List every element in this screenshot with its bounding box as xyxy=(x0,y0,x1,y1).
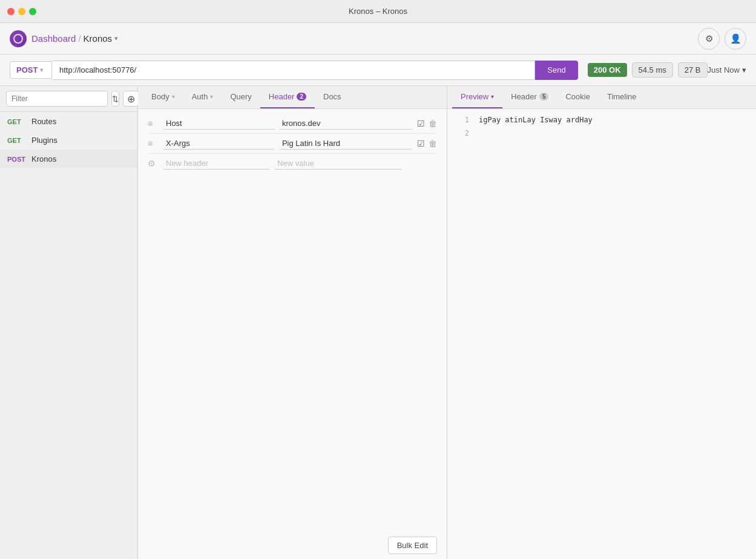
filter-input[interactable] xyxy=(6,91,108,107)
traffic-lights xyxy=(7,8,36,15)
new-header-value-input[interactable] xyxy=(275,157,402,170)
sort-button[interactable]: ⇅ xyxy=(111,91,119,107)
header-value-input[interactable] xyxy=(280,117,412,130)
preview-tab-arrow: ▾ xyxy=(491,93,494,100)
timestamp-arrow: ▾ xyxy=(742,65,746,74)
add-request-button[interactable]: ⊕ xyxy=(123,91,139,107)
app-logo xyxy=(10,30,27,47)
header-row-actions: ☑ 🗑 xyxy=(417,139,437,148)
bulk-edit-bar: Bulk Edit xyxy=(138,532,447,559)
tab-response-header[interactable]: Header 5 xyxy=(502,86,557,108)
response-code-block: 1 2 igPay atinLay Isway ardHay xyxy=(457,114,746,140)
drag-handle-icon[interactable]: ≡ xyxy=(148,139,159,148)
tab-preview[interactable]: Preview ▾ xyxy=(452,86,502,108)
close-btn[interactable] xyxy=(7,8,15,15)
response-content: 1 2 igPay atinLay Isway ardHay xyxy=(447,109,756,559)
status-badge: 200 OK xyxy=(588,63,627,77)
tab-auth[interactable]: Auth ▾ xyxy=(183,86,222,108)
code-line: igPay atinLay Isway ardHay xyxy=(479,114,593,127)
logo-inner-circle xyxy=(13,34,23,44)
header-left: Dashboard / Kronos ▾ xyxy=(10,30,118,47)
tab-header[interactable]: Header 2 xyxy=(260,86,315,108)
line-number: 2 xyxy=(457,127,469,141)
timestamp-label: Just Now xyxy=(708,65,740,74)
breadcrumb: Dashboard / Kronos ▾ xyxy=(31,33,118,44)
tab-docs-label: Docs xyxy=(323,92,341,101)
tab-query[interactable]: Query xyxy=(222,86,260,108)
tab-query-label: Query xyxy=(230,92,251,101)
response-size: 27 B xyxy=(678,62,708,78)
new-header-row: ⚙ xyxy=(148,154,437,173)
method-label: POST xyxy=(16,65,38,74)
check-icon[interactable]: ☑ xyxy=(417,119,425,128)
delete-icon[interactable]: 🗑 xyxy=(429,119,437,128)
breadcrumb-separator: / xyxy=(78,33,81,44)
request-tab-bar: Body ▾ Auth ▾ Query Header 2 Docs xyxy=(138,86,447,109)
header-count-badge: 2 xyxy=(297,93,306,101)
code-line xyxy=(479,127,593,141)
breadcrumb-current[interactable]: Kronos xyxy=(84,33,113,44)
code-column: igPay atinLay Isway ardHay xyxy=(479,114,593,140)
header-name-input[interactable] xyxy=(163,117,275,130)
tab-preview-label: Preview xyxy=(461,92,488,101)
new-header-name-input[interactable] xyxy=(163,157,270,170)
response-status-bar: 200 OK 54.5 ms 27 B xyxy=(588,62,708,78)
header-actions: ⚙ 👤 xyxy=(698,28,746,50)
response-panel: Preview ▾ Header 5 Cookie Timeline 1 2 xyxy=(447,86,756,559)
bulk-edit-button[interactable]: Bulk Edit xyxy=(388,537,437,554)
method-selector[interactable]: POST ▾ xyxy=(10,61,52,79)
tab-response-header-label: Header xyxy=(511,92,537,101)
sidebar-item-label: Kronos xyxy=(31,154,56,164)
sidebar-item-plugins[interactable]: GET Plugins xyxy=(0,131,137,150)
method-tag-post: POST xyxy=(7,156,27,163)
sidebar-item-label: Plugins xyxy=(31,136,58,145)
sidebar-item-kronos[interactable]: POST Kronos xyxy=(0,150,137,168)
tab-cookie[interactable]: Cookie xyxy=(557,86,598,108)
tab-body-label: Body xyxy=(151,92,169,101)
user-button[interactable]: 👤 xyxy=(725,28,746,50)
url-input[interactable] xyxy=(52,61,535,80)
sidebar-item-label: Routes xyxy=(31,117,56,126)
line-number: 1 xyxy=(457,114,469,127)
response-header-count-badge: 5 xyxy=(539,93,549,101)
title-bar: Kronos – Kronos xyxy=(0,0,756,23)
tab-auth-label: Auth xyxy=(192,92,208,101)
tab-body[interactable]: Body ▾ xyxy=(143,86,183,108)
send-button[interactable]: Send xyxy=(535,61,577,80)
response-time: 54.5 ms xyxy=(632,62,673,78)
header-name-input[interactable] xyxy=(163,137,275,150)
tab-docs[interactable]: Docs xyxy=(315,86,350,108)
tab-timeline-label: Timeline xyxy=(607,92,637,101)
drag-handle-icon[interactable]: ≡ xyxy=(148,119,159,128)
app-header: Dashboard / Kronos ▾ ⚙ 👤 xyxy=(0,23,756,55)
delete-icon[interactable]: 🗑 xyxy=(429,139,437,148)
chevron-down-icon[interactable]: ▾ xyxy=(114,35,118,42)
line-numbers-column: 1 2 xyxy=(457,114,469,140)
gear-icon: ⚙ xyxy=(148,159,159,168)
sidebar-item-routes[interactable]: GET Routes xyxy=(0,112,137,131)
method-tag-get: GET xyxy=(7,137,27,144)
check-icon[interactable]: ☑ xyxy=(417,139,425,148)
auth-tab-arrow: ▾ xyxy=(210,93,213,100)
request-bar: POST ▾ Send 200 OK 54.5 ms 27 B Just Now… xyxy=(0,55,756,86)
tab-header-label: Header xyxy=(269,92,295,101)
maximize-btn[interactable] xyxy=(29,8,36,15)
body-tab-arrow: ▾ xyxy=(172,93,175,100)
tab-timeline[interactable]: Timeline xyxy=(599,86,645,108)
sidebar: ⇅ ⊕ ▾ GET Routes GET Plugins POST Kronos xyxy=(0,86,138,559)
method-tag-get: GET xyxy=(7,118,27,125)
headers-table: ≡ ☑ 🗑 ≡ ☑ 🗑 ⚙ xyxy=(138,109,447,532)
breadcrumb-dashboard[interactable]: Dashboard xyxy=(31,33,76,44)
settings-button[interactable]: ⚙ xyxy=(698,28,720,50)
tab-cookie-label: Cookie xyxy=(565,92,590,101)
window-title: Kronos – Kronos xyxy=(349,7,407,16)
sidebar-filter-bar: ⇅ ⊕ ▾ xyxy=(0,86,137,112)
header-value-input[interactable] xyxy=(280,137,412,150)
request-panel: Body ▾ Auth ▾ Query Header 2 Docs ≡ xyxy=(138,86,447,559)
header-row: ≡ ☑ 🗑 xyxy=(148,134,437,154)
main-layout: ⇅ ⊕ ▾ GET Routes GET Plugins POST Kronos… xyxy=(0,86,756,559)
timestamp: Just Now ▾ xyxy=(708,65,746,74)
response-tab-bar: Preview ▾ Header 5 Cookie Timeline xyxy=(447,86,756,109)
method-dropdown-arrow: ▾ xyxy=(40,67,43,73)
minimize-btn[interactable] xyxy=(18,8,25,15)
